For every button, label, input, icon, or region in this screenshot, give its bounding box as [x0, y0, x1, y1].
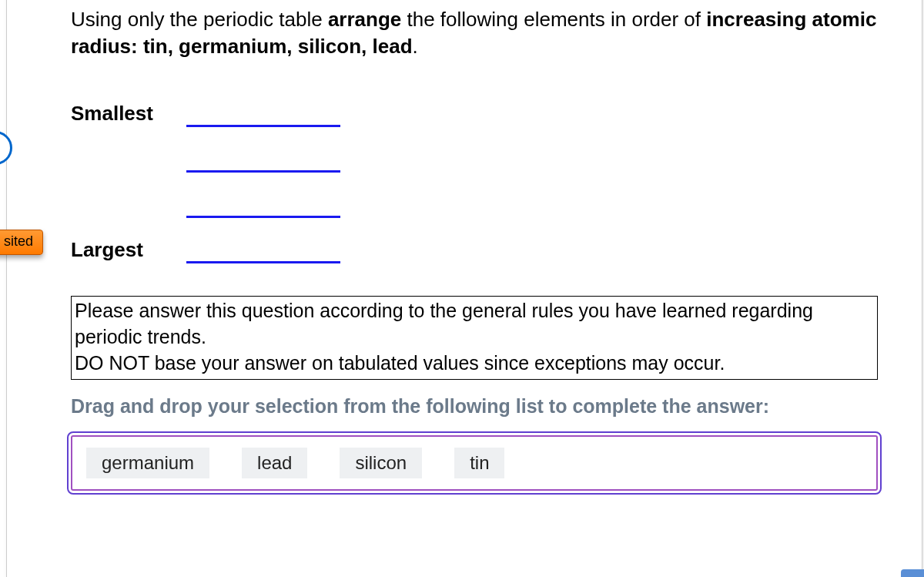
answer-area: Smallest . . Largest — [71, 102, 878, 263]
hint-box: Please answer this question according to… — [71, 296, 878, 380]
smallest-label: Smallest — [71, 102, 185, 127]
sited-tag[interactable]: sited — [0, 230, 43, 255]
scrollbar-corner[interactable] — [901, 569, 924, 577]
hint-line-2: DO NOT base your answer on tabulated val… — [75, 351, 872, 377]
drop-slot-1[interactable] — [186, 102, 340, 127]
drop-slot-2[interactable] — [186, 148, 340, 173]
drag-instruction: Drag and drop your selection from the fo… — [71, 394, 878, 420]
drop-slot-4[interactable] — [186, 239, 340, 263]
question-suffix: . — [413, 35, 418, 58]
chips-container: germanium lead silicon tin — [71, 435, 878, 491]
question-bold-arrange: arrange — [328, 8, 401, 31]
drop-slot-3[interactable] — [186, 193, 340, 218]
question-mid: the following elements in order of — [401, 8, 706, 31]
largest-label: Largest — [71, 238, 185, 263]
chevron-left-icon — [0, 139, 2, 156]
question-prompt: Using only the periodic table arrange th… — [71, 6, 878, 60]
chip-germanium[interactable]: germanium — [86, 448, 209, 478]
chip-tin[interactable]: tin — [454, 448, 504, 478]
chip-silicon[interactable]: silicon — [340, 448, 422, 478]
question-prefix: Using only the periodic table — [71, 8, 328, 31]
chip-lead[interactable]: lead — [242, 448, 307, 478]
hint-line-1: Please answer this question according to… — [75, 298, 872, 351]
